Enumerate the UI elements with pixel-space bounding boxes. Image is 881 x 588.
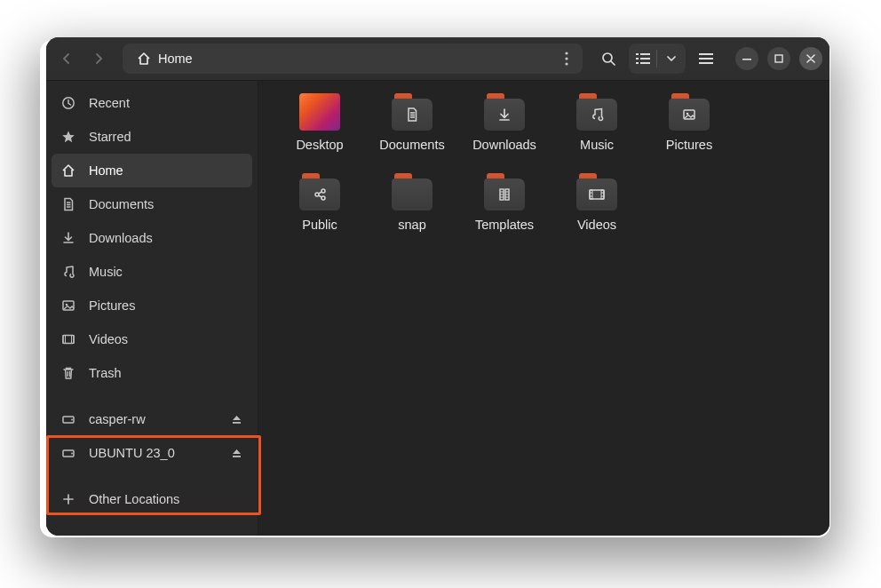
sidebar-item-pictures[interactable]: Pictures — [46, 289, 258, 322]
folder-documents[interactable]: Documents — [369, 93, 456, 173]
sidebar-mount-casper-rw[interactable]: casper-rw — [46, 402, 258, 436]
file-label: snap — [398, 218, 425, 232]
svg-rect-9 — [636, 62, 639, 64]
sidebar-item-music[interactable]: Music — [46, 255, 258, 289]
desktop-icon — [299, 93, 340, 131]
folder-music[interactable]: Music — [553, 93, 640, 173]
sidebar-item-recent[interactable]: Recent — [46, 86, 258, 120]
folder-snap[interactable]: snap — [369, 173, 456, 253]
sidebar-item-downloads[interactable]: Downloads — [46, 221, 258, 255]
svg-rect-6 — [640, 53, 650, 55]
star-icon — [60, 129, 76, 145]
sidebar-item-trash[interactable]: Trash — [46, 356, 258, 390]
file-label: Videos — [577, 218, 616, 232]
sidebar-item-label: Videos — [89, 332, 243, 346]
svg-point-0 — [565, 52, 567, 54]
document-icon — [60, 196, 76, 212]
path-menu-button[interactable] — [556, 52, 577, 66]
sidebar-item-videos[interactable]: Videos — [46, 322, 258, 356]
folder-icon — [392, 173, 433, 211]
sidebar-mount-ubuntu[interactable]: UBUNTU 23_0 — [46, 436, 258, 470]
breadcrumb-home[interactable]: Home — [128, 48, 202, 69]
folder-icon — [576, 93, 617, 131]
sidebar-item-label: UBUNTU 23_0 — [89, 446, 217, 460]
svg-line-4 — [611, 61, 615, 65]
sidebar-item-starred[interactable]: Starred — [46, 120, 258, 154]
svg-rect-7 — [636, 58, 639, 60]
folder-downloads[interactable]: Downloads — [461, 93, 548, 173]
pictures-icon — [60, 298, 76, 314]
forward-button[interactable] — [85, 45, 112, 72]
plus-icon — [60, 491, 76, 507]
back-button[interactable] — [53, 45, 80, 72]
folder-pictures[interactable]: Pictures — [646, 93, 733, 173]
eject-button[interactable] — [229, 415, 243, 425]
svg-rect-5 — [636, 53, 639, 55]
file-label: Public — [302, 218, 337, 232]
folder-icon — [669, 93, 710, 131]
file-label: Pictures — [666, 138, 712, 152]
icon-grid: Desktop Documents — [276, 93, 812, 253]
svg-rect-15 — [775, 55, 782, 62]
files-view[interactable]: Desktop Documents — [258, 81, 829, 536]
minimize-button[interactable] — [735, 47, 758, 70]
folder-icon — [484, 173, 525, 211]
eject-button[interactable] — [229, 449, 243, 458]
svg-rect-21 — [72, 336, 75, 344]
home-icon — [137, 52, 151, 66]
headerbar: Home — [46, 37, 829, 81]
search-button[interactable] — [593, 44, 623, 74]
file-manager-window: Home — [46, 37, 829, 536]
svg-rect-35 — [590, 190, 604, 199]
close-button[interactable] — [799, 47, 822, 70]
sidebar-item-label: Recent — [89, 96, 243, 110]
folder-icon — [392, 93, 433, 131]
sidebar-item-home[interactable]: Home — [52, 154, 252, 187]
folder-icon — [299, 173, 340, 211]
file-label: Music — [580, 138, 614, 152]
drive-icon — [60, 411, 76, 427]
svg-rect-24 — [233, 422, 241, 424]
svg-point-2 — [565, 62, 567, 65]
svg-point-23 — [71, 419, 73, 421]
svg-point-1 — [565, 57, 567, 60]
view-options-dropdown[interactable] — [657, 44, 686, 74]
download-icon — [60, 230, 76, 246]
svg-rect-14 — [742, 59, 751, 60]
sidebar-item-other-locations[interactable]: Other Locations — [46, 482, 258, 516]
svg-rect-19 — [63, 336, 74, 344]
folder-icon — [484, 93, 525, 131]
file-label: Documents — [379, 138, 444, 152]
folder-desktop[interactable]: Desktop — [276, 93, 363, 173]
svg-rect-27 — [233, 456, 241, 457]
sidebar-item-label: Music — [89, 265, 243, 279]
file-label: Desktop — [296, 138, 343, 152]
drive-icon — [60, 445, 76, 461]
sidebar-item-label: Home — [89, 163, 243, 178]
svg-rect-13 — [699, 62, 713, 64]
svg-rect-11 — [699, 53, 713, 55]
svg-rect-8 — [640, 58, 650, 60]
folder-videos[interactable]: Videos — [553, 173, 640, 253]
file-label: Downloads — [472, 138, 536, 152]
sidebar-item-documents[interactable]: Documents — [46, 187, 258, 221]
maximize-button[interactable] — [767, 47, 790, 70]
file-label: Templates — [475, 218, 534, 232]
music-icon — [60, 264, 76, 280]
videos-icon — [60, 331, 76, 347]
svg-rect-36 — [590, 190, 592, 199]
svg-point-26 — [71, 453, 73, 455]
folder-icon — [576, 173, 617, 211]
folder-templates[interactable]: Templates — [461, 173, 548, 253]
sidebar-item-label: Pictures — [89, 298, 243, 313]
folder-public[interactable]: Public — [276, 173, 363, 253]
svg-rect-20 — [63, 336, 66, 344]
list-view-button[interactable] — [629, 44, 657, 74]
sidebar-item-label: Documents — [89, 197, 243, 211]
window-controls — [735, 47, 822, 70]
sidebar-item-label: Downloads — [89, 231, 243, 245]
trash-icon — [60, 365, 76, 381]
hamburger-menu-button[interactable] — [691, 44, 721, 74]
sidebar-item-label: Trash — [89, 366, 243, 380]
pathbar[interactable]: Home — [123, 44, 583, 74]
